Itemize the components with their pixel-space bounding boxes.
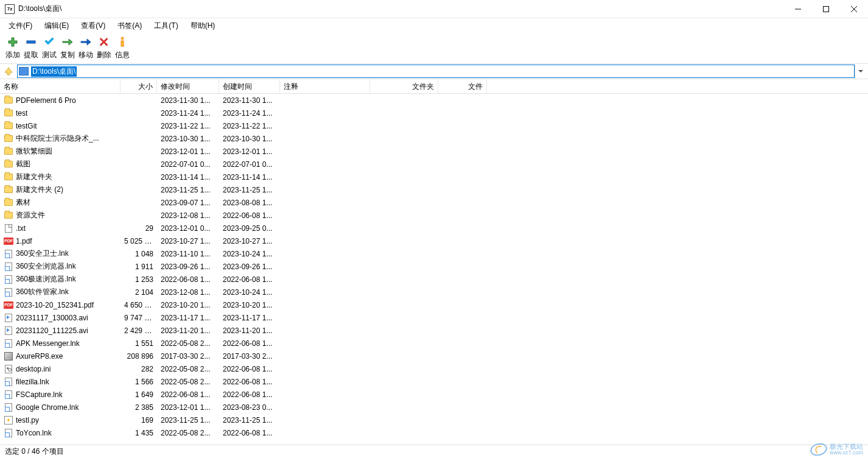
file-name: APK Messenger.lnk: [16, 339, 80, 348]
table-row[interactable]: 360安全浏览器.lnk1 9112023-09-26 1...2023-09-…: [0, 260, 868, 273]
path-dropdown-button[interactable]: [855, 65, 866, 78]
file-name: ToYcon.lnk: [16, 429, 52, 437]
copy-button[interactable]: 复制: [58, 35, 77, 60]
move-button[interactable]: 移动: [77, 35, 95, 60]
menu-edit[interactable]: 编辑(E): [40, 19, 74, 32]
cell-name: APK Messenger.lnk: [0, 339, 121, 348]
table-row[interactable]: 资源文件2023-12-08 1...2022-06-08 1...: [0, 209, 868, 222]
menu-tools[interactable]: 工具(T): [149, 19, 183, 32]
file-name: 新建文件夹: [16, 172, 52, 182]
folder-icon: [4, 147, 13, 157]
table-row[interactable]: 360软件管家.lnk2 1042023-12-08 1...2023-10-2…: [0, 286, 868, 298]
cell-modified: 2022-07-01 0...: [157, 160, 219, 169]
file-name: 截图: [16, 159, 30, 169]
cell-name: 截图: [0, 159, 121, 169]
table-row[interactable]: filezilla.lnk1 5662022-05-08 2...2022-06…: [0, 375, 868, 388]
table-row[interactable]: PDFelement 6 Pro2023-11-30 1...2023-11-3…: [0, 94, 868, 107]
table-row[interactable]: PDF2023-10-20_152341.pdf4 650 9862023-10…: [0, 298, 868, 311]
column-comment[interactable]: 注释: [280, 79, 370, 93]
table-row[interactable]: 360安全卫士.lnk1 0482023-11-10 1...2023-10-2…: [0, 247, 868, 260]
cell-created: 2023-08-08 1...: [219, 199, 280, 207]
cell-size: 1 911: [121, 262, 157, 271]
table-row[interactable]: PDF1.pdf5 025 0172023-10-27 1...2023-10-…: [0, 234, 868, 247]
svg-rect-1: [824, 6, 829, 12]
file-name: 360极速浏览器.lnk: [16, 274, 76, 284]
cell-size: 2 104: [121, 288, 157, 297]
menu-help[interactable]: 帮助(H): [186, 19, 220, 32]
cell-created: 2023-09-26 1...: [219, 262, 280, 271]
file-list[interactable]: PDFelement 6 Pro2023-11-30 1...2023-11-3…: [0, 94, 868, 455]
cell-size: 1 048: [121, 250, 157, 258]
cell-created: 2022-06-08 1...: [219, 390, 280, 399]
folder-icon: [4, 185, 13, 195]
file-name: FSCapture.lnk: [16, 390, 63, 399]
info-button[interactable]: 信息: [113, 35, 131, 60]
cell-created: 2017-03-30 2...: [219, 352, 280, 361]
table-row[interactable]: 微软繁细圆2023-12-01 1...2023-12-01 1...: [0, 145, 868, 158]
cell-modified: 2022-05-08 2...: [157, 365, 219, 373]
cell-modified: 2023-12-01 1...: [157, 147, 219, 156]
status-text: 选定 0 / 46 个项目: [5, 446, 64, 457]
file-name: AxureRP8.exe: [16, 352, 63, 361]
table-row[interactable]: 20231120_111225.avi2 429 2302023-11-20 1…: [0, 324, 868, 337]
column-modified[interactable]: 修改时间: [157, 79, 219, 93]
table-row[interactable]: AxureRP8.exe208 8962017-03-30 2...2017-0…: [0, 350, 868, 362]
table-row[interactable]: FSCapture.lnk1 6492022-06-08 1...2022-06…: [0, 388, 868, 401]
cell-name: testGit: [0, 121, 121, 131]
cell-size: 169: [121, 416, 157, 425]
cell-created: 2023-11-14 1...: [219, 173, 280, 181]
cell-modified: 2022-05-08 2...: [157, 429, 219, 437]
cell-created: 2023-11-30 1...: [219, 96, 280, 105]
cell-modified: 2023-10-27 1...: [157, 237, 219, 245]
path-input[interactable]: D:\tools\桌面\: [17, 65, 855, 78]
column-created[interactable]: 创建时间: [219, 79, 280, 93]
column-size[interactable]: 大小: [121, 79, 157, 93]
file-name: 20231120_111225.avi: [16, 326, 88, 335]
cell-modified: 2023-09-07 1...: [157, 199, 219, 207]
column-folders[interactable]: 文件夹: [370, 79, 438, 93]
folder-icon: [4, 211, 13, 220]
table-row[interactable]: Google Chrome.lnk2 3852023-12-01 1...202…: [0, 401, 868, 414]
cell-size: 1 435: [121, 429, 157, 437]
maximize-button[interactable]: [812, 0, 840, 18]
minimize-button[interactable]: [784, 0, 812, 18]
table-row[interactable]: 20231117_130003.avi9 747 2422023-11-17 1…: [0, 311, 868, 324]
file-name: testl.py: [16, 416, 39, 425]
menu-file[interactable]: 文件(F): [4, 19, 37, 32]
shortcut-icon: [4, 377, 13, 387]
menu-view[interactable]: 查看(V): [76, 19, 110, 32]
column-files[interactable]: 文件: [438, 79, 487, 93]
delete-button[interactable]: 删除: [95, 35, 113, 60]
add-button[interactable]: 添加: [4, 35, 22, 60]
table-row[interactable]: 素材2023-09-07 1...2023-08-08 1...: [0, 196, 868, 209]
menubar: 文件(F) 编辑(E) 查看(V) 书签(A) 工具(T) 帮助(H): [0, 18, 868, 33]
cell-modified: 2022-06-08 1...: [157, 275, 219, 284]
close-button[interactable]: [840, 0, 868, 18]
file-name: 新建文件夹 (2): [16, 185, 63, 195]
test-button[interactable]: 测试: [40, 35, 58, 60]
extract-button[interactable]: 提取: [22, 35, 40, 60]
menu-bookmark[interactable]: 书签(A): [113, 19, 147, 32]
table-row[interactable]: ToYcon.lnk1 4352022-05-08 2...2022-06-08…: [0, 426, 868, 439]
table-row[interactable]: .txt292023-12-01 0...2023-09-25 0...: [0, 222, 868, 234]
table-row[interactable]: desktop.ini2822022-05-08 2...2022-06-08 …: [0, 362, 868, 375]
drive-icon: [19, 67, 29, 76]
cell-name: .txt: [0, 224, 121, 233]
table-row[interactable]: 360极速浏览器.lnk1 2532022-06-08 1...2022-06-…: [0, 273, 868, 286]
table-row[interactable]: test2023-11-24 1...2023-11-24 1...: [0, 107, 868, 119]
folder-icon: [4, 96, 13, 105]
table-row[interactable]: 新建文件夹2023-11-14 1...2023-11-14 1...: [0, 171, 868, 183]
cell-created: 2022-06-08 1...: [219, 365, 280, 373]
table-row[interactable]: testGit2023-11-22 1...2023-11-22 1...: [0, 119, 868, 132]
table-row[interactable]: APK Messenger.lnk1 5512022-05-08 2...202…: [0, 337, 868, 350]
cell-created: 2023-11-25 1...: [219, 416, 280, 425]
cell-created: 2023-11-20 1...: [219, 326, 280, 335]
table-row[interactable]: 中科院院士演示隐身术_...2023-10-30 1...2023-10-30 …: [0, 132, 868, 145]
table-row[interactable]: 截图2022-07-01 0...2022-07-01 0...: [0, 158, 868, 171]
up-button[interactable]: [2, 65, 15, 77]
table-row[interactable]: testl.py1692023-11-25 1...2023-11-25 1..…: [0, 414, 868, 426]
column-name[interactable]: 名称: [0, 79, 121, 93]
file-name: 2023-10-20_152341.pdf: [16, 301, 94, 309]
cell-created: 2023-10-27 1...: [219, 237, 280, 245]
table-row[interactable]: 新建文件夹 (2)2023-11-25 1...2023-11-25 1...: [0, 183, 868, 196]
